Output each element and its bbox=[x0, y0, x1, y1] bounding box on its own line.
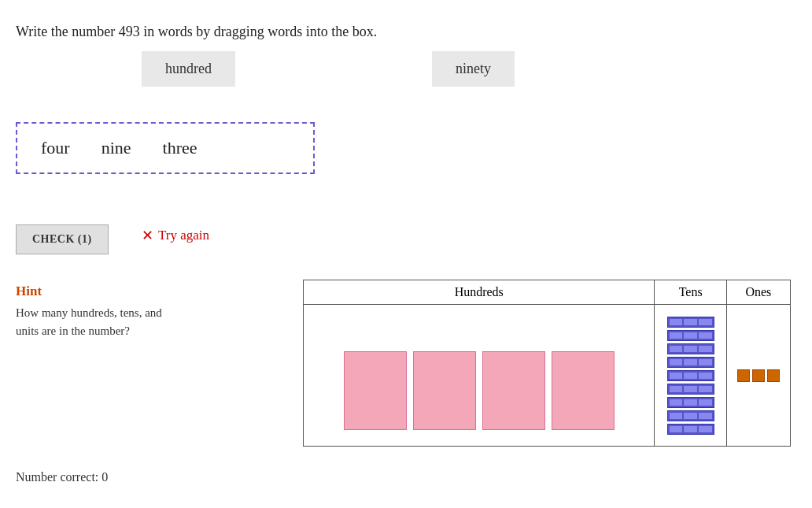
header-ones: Ones bbox=[726, 280, 790, 305]
x-icon: ✕ bbox=[142, 227, 153, 244]
hint-text: How many hundreds, tens, and units are i… bbox=[16, 304, 173, 339]
ten-block-3 bbox=[667, 343, 714, 354]
hundreds-blocks bbox=[319, 321, 638, 430]
tens-cell bbox=[655, 305, 726, 447]
drop-word-1: four bbox=[33, 138, 78, 158]
check-button[interactable]: CHECK (1) bbox=[16, 224, 109, 254]
place-value-table: Hundreds Tens Ones bbox=[303, 280, 791, 447]
drop-word-2: nine bbox=[94, 138, 139, 158]
ten-block-9 bbox=[667, 424, 714, 435]
ten-block-2 bbox=[667, 330, 714, 341]
hundred-block-3 bbox=[482, 351, 545, 430]
ten-block-8 bbox=[667, 410, 714, 421]
tens-blocks bbox=[661, 317, 719, 435]
word-tile-ninety[interactable]: ninety bbox=[432, 51, 515, 87]
ten-block-5 bbox=[667, 370, 714, 381]
ones-blocks bbox=[733, 369, 784, 382]
header-hundreds: Hundreds bbox=[304, 280, 655, 305]
ten-block-7 bbox=[667, 397, 714, 408]
hint-section: Hint How many hundreds, tens, and units … bbox=[16, 284, 173, 339]
ten-block-1 bbox=[667, 317, 714, 328]
instruction-text: Write the number 493 in words by draggin… bbox=[16, 24, 377, 40]
hint-title: Hint bbox=[16, 284, 173, 299]
header-tens: Tens bbox=[655, 280, 726, 305]
word-bank: hundred ninety bbox=[142, 51, 515, 87]
one-block-2 bbox=[752, 369, 765, 382]
ones-cell bbox=[726, 305, 790, 447]
number-correct: Number correct: 0 bbox=[16, 470, 108, 484]
drop-zone[interactable]: four nine three bbox=[16, 122, 315, 174]
try-again-text: Try again bbox=[158, 228, 209, 243]
hundred-block-2 bbox=[413, 351, 476, 430]
hundred-block-4 bbox=[552, 351, 615, 430]
one-block-1 bbox=[737, 369, 750, 382]
ten-block-4 bbox=[667, 357, 714, 368]
hundreds-cell bbox=[304, 305, 655, 447]
one-block-3 bbox=[767, 369, 780, 382]
try-again-message: ✕ Try again bbox=[142, 227, 209, 244]
hundred-block-1 bbox=[344, 351, 407, 430]
drop-word-3: three bbox=[155, 138, 205, 158]
ten-block-6 bbox=[667, 384, 714, 395]
word-tile-hundred[interactable]: hundred bbox=[142, 51, 235, 87]
